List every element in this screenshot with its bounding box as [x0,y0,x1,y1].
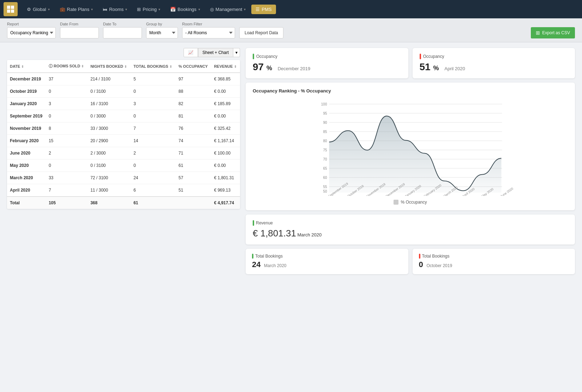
info-icon: ⓘ [49,64,53,68]
date-to-input[interactable]: 30/06/2020 [103,27,142,38]
export-icon: ⊞ [536,30,540,36]
cell-pct-occupancy: 51 [176,184,211,197]
col-date[interactable]: DATE ⇕ [7,60,46,73]
cell-nights-booked: 0 / 3000 [88,110,131,122]
chevron-down-icon: ▾ [244,7,246,11]
col-revenue[interactable]: REVENUE ⇕ [211,60,240,73]
cell-revenue: € 325.42 [211,122,240,135]
cell-rooms-sold: 8 [46,122,88,135]
cell-pct-occupancy: 71 [176,147,211,159]
revenue-value: € 1,801.31 [253,228,296,239]
cell-nights-booked: 2 / 3000 [88,147,131,159]
cell-revenue: € 368.85 [211,73,240,85]
nav-global[interactable]: ⚙ Global ▾ [23,5,54,14]
export-csv-button[interactable]: ⊞ Export as CSV [531,27,575,38]
cell-total-bookings: 14 [131,135,176,147]
date-to-group: Date To 30/06/2020 [103,22,142,38]
date-from-input[interactable]: 01/09/2019 [60,27,99,38]
cell-revenue: € 1,167.14 [211,135,240,147]
col-pct-occupancy: % OCCUPANCY [176,60,211,73]
group-by-select[interactable]: Month [146,27,178,38]
cell-date: February 2020 [7,135,46,147]
chart-legend: % Occupancy [253,200,568,205]
list-icon: ☰ [256,7,260,12]
group-by-label: Group by [146,22,178,26]
chevron-down-icon: ▾ [48,7,50,11]
green-indicator [253,54,254,59]
nav-rate-plans[interactable]: 💼 Rate Plans ▾ [55,5,97,14]
table-row: February 2020 15 20 / 2900 14 74 € 1,167… [7,135,240,147]
occupancy-low-value: 51 % April 2020 [420,61,568,73]
date-to-label: Date To [103,22,142,26]
cell-rooms-sold: 0 [46,85,88,98]
cell-revenue: € 100.00 [211,147,240,159]
cell-total-bookings: 0 [131,85,176,98]
sort-icon: ⇕ [124,65,127,68]
nav-bookings[interactable]: 📅 Bookings ▾ [166,5,204,14]
cell-total-bookings: 24 [131,172,176,184]
svg-text:55: 55 [323,185,327,189]
col-total-bookings[interactable]: TOTAL BOOKINGS ⇕ [131,60,176,73]
nav-rooms-label: Rooms [109,7,124,12]
occupancy-high-card: Occupancy 97 % December 2019 [246,48,408,78]
table-header-row: DATE ⇕ ⓘ ROOMS SOLD ⇕ NIGHTS BOOKED ⇕ TO… [7,60,240,73]
date-from-label: Date From [60,22,99,26]
cell-date: April 2020 [7,184,46,197]
room-filter-select[interactable]: - All Rooms [182,27,235,38]
cell-pct-occupancy: 61 [176,159,211,172]
svg-rect-1 [11,6,14,9]
total-nights-booked: 368 [88,197,131,209]
total-pct-occupancy [176,197,211,209]
nav-pms[interactable]: ☰ PMS [251,5,276,14]
cell-date: January 2020 [7,98,46,110]
cell-rooms-sold: 0 [46,159,88,172]
nav-pms-label: PMS [262,7,271,12]
sheet-chart-toggle[interactable]: Sheet + Chart [198,48,233,57]
occupancy-table: DATE ⇕ ⓘ ROOMS SOLD ⇕ NIGHTS BOOKED ⇕ TO… [7,60,240,209]
chevron-down-icon: ▾ [91,7,93,11]
cell-total-bookings: 2 [131,147,176,159]
total-bookings-low-value: 0 [419,260,423,269]
cell-rooms-sold: 33 [46,172,88,184]
col-rooms-sold[interactable]: ⓘ ROOMS SOLD ⇕ [46,60,88,73]
table-row: November 2019 8 33 / 3000 7 76 € 325.42 [7,122,240,135]
table-row: May 2020 0 0 / 3100 0 61 € 0.00 [7,159,240,172]
chart-section: Occupancy 97 % December 2019 Occupancy [246,48,575,274]
total-bookings-high-period: March 2020 [264,263,286,268]
cell-nights-booked: 20 / 2900 [88,135,131,147]
nav-management[interactable]: ◎ Management ▾ [206,5,250,14]
report-selector[interactable]: Occupancy Ranking [7,27,56,38]
cell-pct-occupancy: 74 [176,135,211,147]
table-row: September 2019 0 0 / 3000 0 81 € 0.00 [7,110,240,122]
sheet-chart-label: Sheet + Chart [203,50,229,55]
total-bookings-high-value-row: 24 March 2020 [252,260,402,269]
table-total-row: Total 105 368 61 € 4,917.74 [7,197,240,209]
total-bookings-high-card: Total Bookings 24 March 2020 [246,249,408,274]
legend-dot [394,200,398,205]
table-row: June 2020 2 2 / 3000 2 71 € 100.00 [7,147,240,159]
bed-icon: 🛏 [103,7,107,12]
chevron-down-icon: ▾ [198,7,200,11]
occupancy-high-value: 97 % December 2019 [253,61,401,73]
calendar-icon: 📅 [170,7,176,12]
cell-rooms-sold: 7 [46,184,88,197]
table-section: 📈 Sheet + Chart ▾ DATE ⇕ ⓘ ROOMS SOLD ⇕ … [7,48,240,274]
nav-management-label: Management [216,7,242,12]
load-report-button[interactable]: Load Report Data [239,27,283,38]
navbar: ⚙ Global ▾ 💼 Rate Plans ▾ 🛏 Rooms ▾ ⊞ Pr… [0,0,582,18]
cell-revenue: € 0.00 [211,110,240,122]
bottom-stats-row: Total Bookings 24 March 2020 Total Booki… [246,249,575,274]
col-nights-booked[interactable]: NIGHTS BOOKED ⇕ [88,60,131,73]
revenue-value-row: € 1,801.31 March 2020 [253,228,568,239]
nav-rooms[interactable]: 🛏 Rooms ▾ [98,5,131,14]
nav-pricing[interactable]: ⊞ Pricing ▾ [133,5,164,14]
occupancy-high-label: Occupancy [253,54,401,59]
cell-revenue: € 1,801.31 [211,172,240,184]
view-toggle-dropdown[interactable]: ▾ [233,48,240,57]
chart-icon-toggle[interactable]: 📈 [184,48,198,57]
grid-icon: ⊞ [137,7,141,12]
total-bookings-low-card: Total Bookings 0 October 2019 [413,249,575,274]
cell-pct-occupancy: 88 [176,85,211,98]
occupancy-low-card: Occupancy 51 % April 2020 [413,48,575,78]
export-csv-label: Export as CSV [542,30,570,35]
